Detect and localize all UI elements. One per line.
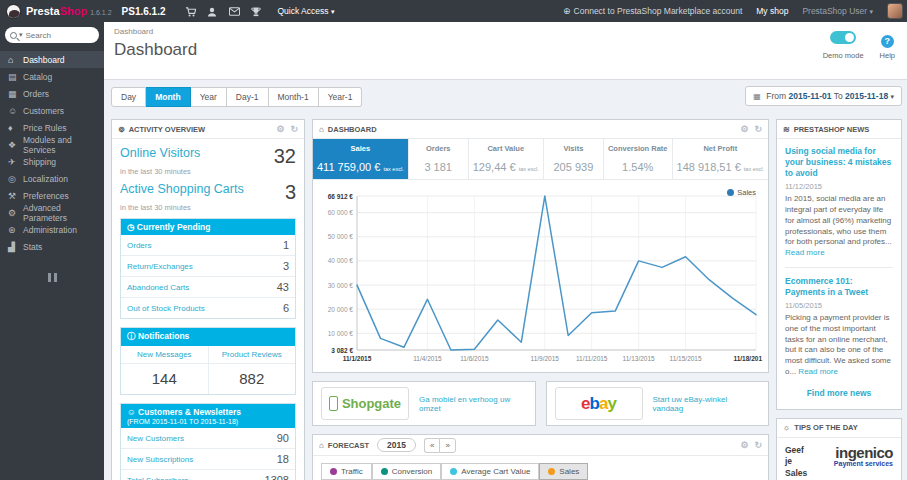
kpi-visits[interactable]: Visits205 939 bbox=[544, 139, 604, 179]
news-panel-title: PRESTASHOP NEWS bbox=[794, 125, 870, 134]
kpi-sales[interactable]: Sales411 759,00 € tax excl. bbox=[313, 139, 409, 179]
active-carts-link[interactable]: Active Shopping Carts bbox=[120, 182, 244, 196]
new-customers-link[interactable]: New Customers bbox=[127, 434, 184, 443]
quick-access-menu[interactable]: Quick Access ▾ bbox=[277, 6, 334, 16]
trophy-icon[interactable] bbox=[245, 2, 267, 20]
search-box[interactable]: ▾ bbox=[5, 27, 99, 43]
sidebar-item-price-rules[interactable]: ♦Price Rules bbox=[0, 119, 104, 136]
ebay-link[interactable]: Start uw eBay-winkel vandaag bbox=[653, 395, 761, 413]
range-month-button[interactable]: Month bbox=[146, 87, 191, 107]
metric-conversion-button[interactable]: Conversion bbox=[372, 463, 441, 480]
news-item-date: 11/05/2015 bbox=[785, 301, 893, 310]
help-icon[interactable]: ? bbox=[881, 35, 894, 48]
gear-icon[interactable]: ⚙ bbox=[276, 124, 284, 134]
shop-name[interactable]: PS1.6.1.2 bbox=[122, 6, 166, 17]
sidebar-collapse-button[interactable] bbox=[46, 273, 58, 282]
customers-range: (FROM 2015-11-01 TO 2015-11-18) bbox=[127, 418, 289, 425]
chevron-down-icon: ▾ bbox=[869, 8, 873, 15]
info-icon: ⓘ bbox=[127, 331, 136, 341]
demo-mode-control: Demo mode bbox=[823, 30, 864, 60]
svg-text:11/9/2015: 11/9/2015 bbox=[531, 355, 560, 362]
read-more-link[interactable]: Read more bbox=[785, 248, 825, 257]
kpi-orders[interactable]: Orders3 181 bbox=[409, 139, 469, 179]
marketplace-link[interactable]: ⊕Connect to PrestaShop Marketplace accou… bbox=[563, 6, 742, 16]
bulb-icon: ☼ bbox=[783, 423, 790, 432]
svg-text:11/11/2015: 11/11/2015 bbox=[576, 355, 608, 362]
messages-icon[interactable] bbox=[223, 2, 245, 20]
metric-sales-button[interactable]: Sales bbox=[539, 463, 588, 480]
pending-row: Orders1 bbox=[121, 235, 295, 256]
ebay-logo: ebay bbox=[555, 387, 643, 420]
refresh-icon[interactable]: ↻ bbox=[754, 124, 762, 134]
sidebar-item-advanced-parameters[interactable]: ⚙Advanced Parameters bbox=[0, 204, 104, 221]
range-day-1-button[interactable]: Day-1 bbox=[227, 87, 269, 107]
dashboard-icon: ⌂ bbox=[8, 55, 23, 65]
sidebar-nav: ⌂Dashboard ▤Catalog ▦Orders ☺Customers ♦… bbox=[0, 51, 104, 255]
shopgate-link[interactable]: Ga mobiel en verhoog uw omzet bbox=[419, 395, 527, 413]
forecast-year[interactable]: 2015 bbox=[377, 438, 416, 452]
refresh-icon[interactable]: ↻ bbox=[290, 124, 298, 134]
sidebar-item-customers[interactable]: ☺Customers bbox=[0, 102, 104, 119]
kpi-net-profit[interactable]: Net Profit148 918,51 € tax excl. bbox=[673, 139, 768, 179]
search-input[interactable] bbox=[26, 31, 86, 40]
my-shop-link[interactable]: My shop bbox=[756, 6, 788, 16]
sidebar-item-stats[interactable]: ▟Stats bbox=[0, 238, 104, 255]
new-messages-cell[interactable]: New Messages144 bbox=[121, 346, 209, 394]
date-range-toolbar: Day Month Year Day-1 Month-1 Year-1 ▦ Fr… bbox=[111, 86, 902, 108]
range-day-button[interactable]: Day bbox=[111, 87, 146, 107]
forecast-prev-button[interactable]: « bbox=[424, 438, 439, 453]
kpi-cart-value[interactable]: Cart Value129,44 € tax excl. bbox=[469, 139, 544, 179]
price-rules-icon: ♦ bbox=[8, 123, 23, 133]
prestashop-news-panel: ≋ PRESTASHOP NEWS Using social media for… bbox=[776, 119, 902, 410]
svg-text:10 000 €: 10 000 € bbox=[328, 330, 354, 337]
shopgate-module-card: Shopgate Ga mobiel en verhoog uw omzet bbox=[312, 381, 536, 426]
find-more-news-link[interactable]: Find more news bbox=[785, 388, 893, 398]
pending-row: Out of Stock Products6 bbox=[121, 298, 295, 318]
user-menu[interactable]: PrestaShop User ▾ bbox=[802, 6, 873, 16]
demo-mode-toggle[interactable] bbox=[830, 31, 856, 44]
news-item-title[interactable]: Ecommerce 101: Payments in a Tweet bbox=[785, 276, 893, 298]
demo-mode-label: Demo mode bbox=[823, 51, 864, 60]
range-year-button[interactable]: Year bbox=[191, 87, 227, 107]
customers-row: Total Subscribers1308 bbox=[121, 470, 295, 480]
avatar[interactable] bbox=[887, 3, 903, 19]
sidebar-item-dashboard[interactable]: ⌂Dashboard bbox=[0, 51, 104, 68]
active-carts-value: 3 bbox=[285, 182, 296, 202]
activity-panel-title: ACTIVITY OVERVIEW bbox=[129, 125, 205, 134]
marketplace-icon: ⊕ bbox=[563, 6, 571, 16]
abandoned-carts-link[interactable]: Abandoned Carts bbox=[127, 283, 189, 292]
total-subscribers-link[interactable]: Total Subscribers bbox=[127, 476, 188, 480]
tips-panel-title: TIPS OF THE DAY bbox=[794, 423, 857, 432]
sidebar-item-localization[interactable]: ◎Localization bbox=[0, 170, 104, 187]
metric-avg-cart-value-button[interactable]: Average Cart Value bbox=[441, 463, 539, 480]
sidebar-item-shipping[interactable]: ✈Shipping bbox=[0, 153, 104, 170]
out-of-stock-link[interactable]: Out of Stock Products bbox=[127, 304, 205, 313]
date-range-picker[interactable]: ▦ From 2015-11-01 To 2015-11-18 ▾ bbox=[745, 86, 902, 106]
online-visitors-link[interactable]: Online Visitors bbox=[120, 146, 200, 160]
returns-link[interactable]: Return/Exchanges bbox=[127, 262, 193, 271]
sidebar-item-preferences[interactable]: ⚒Preferences bbox=[0, 187, 104, 204]
orders-link[interactable]: Orders bbox=[127, 241, 151, 250]
new-subscriptions-link[interactable]: New Subscriptions bbox=[127, 455, 193, 464]
range-month-1-button[interactable]: Month-1 bbox=[269, 87, 319, 107]
stats-icon: ▟ bbox=[8, 242, 23, 252]
sidebar-item-catalog[interactable]: ▤Catalog bbox=[0, 68, 104, 85]
news-item-title[interactable]: Using social media for your business: 4 … bbox=[785, 146, 893, 179]
cart-icon[interactable] bbox=[179, 2, 201, 20]
kpi-conversion-rate[interactable]: Conversion Rate1.54% bbox=[604, 139, 673, 179]
sidebar-item-modules[interactable]: ❖Modules and Services bbox=[0, 136, 104, 153]
read-more-link[interactable]: Read more bbox=[798, 367, 838, 376]
gear-icon[interactable]: ⚙ bbox=[740, 440, 748, 450]
sidebar-item-orders[interactable]: ▦Orders bbox=[0, 85, 104, 102]
product-reviews-cell[interactable]: Product Reviews882 bbox=[209, 346, 296, 394]
chevron-down-icon[interactable]: ▾ bbox=[19, 31, 23, 39]
svg-text:3 082 €: 3 082 € bbox=[331, 347, 353, 354]
range-year-1-button[interactable]: Year-1 bbox=[319, 87, 363, 107]
forecast-next-button[interactable]: » bbox=[439, 438, 455, 453]
refresh-icon[interactable]: ↻ bbox=[754, 440, 762, 450]
sidebar-item-administration[interactable]: ⊛Administration bbox=[0, 221, 104, 238]
metric-traffic-button[interactable]: Traffic bbox=[321, 463, 372, 480]
user-icon[interactable] bbox=[201, 2, 223, 20]
gear-icon[interactable]: ⚙ bbox=[740, 124, 748, 134]
range-button-group: Day Month Year Day-1 Month-1 Year-1 bbox=[111, 87, 362, 107]
